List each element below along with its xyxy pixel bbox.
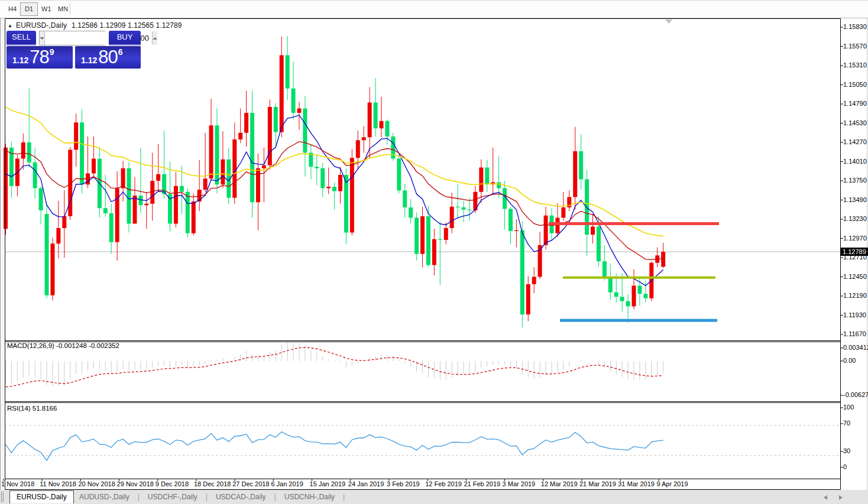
price-axis-label: 1.14270 — [843, 138, 867, 145]
chart-tab-audusd[interactable]: AUDUSD-,Daily — [71, 493, 138, 501]
chart-title: ▲EURUSD-,Daily1.12586 1.12909 1.12565 1.… — [8, 21, 182, 30]
time-axis-label: 15 Jan 2019 — [310, 480, 346, 487]
macd-histogram — [6, 343, 663, 386]
price-axis-label: 1.12450 — [843, 273, 867, 280]
price-axis-label: 1.14010 — [843, 158, 867, 165]
chart-tab-usdchf[interactable]: USDCHF-,Daily — [140, 493, 206, 501]
tab-separator: | — [343, 493, 345, 501]
macd-signal-line — [6, 347, 663, 387]
buy-price-button[interactable]: 1.12806 — [75, 46, 141, 69]
volume-decrease-button[interactable] — [40, 31, 45, 45]
tab-scroll-left-icon[interactable] — [824, 495, 827, 500]
price-axis-label: 1.11930 — [843, 311, 866, 318]
time-axis-label: 3 Mar 2019 — [503, 480, 536, 487]
volume-stepper — [39, 31, 105, 45]
chart-symbol-label: EURUSD-,Daily — [16, 21, 67, 30]
time-axis-label: 1 Nov 2018 — [1, 480, 34, 487]
time-axis-label: 21 Feb 2019 — [464, 480, 500, 487]
time-axis-label: 18 Dec 2018 — [194, 480, 231, 487]
volume-increase-button[interactable] — [152, 31, 157, 45]
buy-price-pips: 80 — [98, 47, 117, 68]
buy-price-prefix: 1.12 — [81, 56, 97, 65]
sell-price-prefix: 1.12 — [12, 56, 28, 65]
macd-axis-label: 0.00 — [843, 357, 856, 364]
chart-ohlc-values: 1.12586 1.12909 1.12565 1.12789 — [72, 21, 182, 30]
candlestick-series — [4, 36, 665, 328]
macd-axis-label: -0.006271 — [843, 391, 868, 398]
price-axis-label: 1.14530 — [843, 119, 867, 126]
tab-bar-handle — [1, 492, 2, 502]
chart-shift-marker-icon[interactable] — [665, 19, 672, 24]
time-axis-label: 6 Jan 2019 — [271, 480, 303, 487]
chevron-down-icon — [40, 37, 44, 40]
sell-price-point: 9 — [50, 47, 54, 57]
rsi-axis-label: 70 — [843, 420, 850, 427]
rsi-axis-label: 0 — [843, 463, 847, 470]
time-axis-label: 24 Jan 2019 — [348, 480, 384, 487]
chart-tab-usdcad[interactable]: USDCAD-,Daily — [208, 493, 274, 501]
price-axis-label: 1.12710 — [843, 253, 867, 261]
chart-tab-eurusd[interactable]: EURUSD-,Daily — [9, 490, 74, 503]
macd-axis-label: 0.003412 — [843, 344, 868, 351]
collapse-arrow-icon[interactable]: ▲ — [8, 23, 12, 28]
buy-price-point: 6 — [118, 47, 123, 57]
price-axis-label: 1.15050 — [843, 81, 867, 88]
chart-tab-usdcnh[interactable]: USDCNH-,Daily — [276, 493, 343, 501]
time-axis-label: 3 Feb 2019 — [387, 480, 420, 487]
time-axis-label: 27 Dec 2018 — [232, 480, 269, 487]
chevron-up-icon — [153, 37, 157, 40]
time-axis-label: 12 Mar 2019 — [541, 480, 578, 487]
price-axis-label: 1.12190 — [843, 292, 867, 299]
time-axis-label: 20 Nov 2018 — [78, 480, 115, 487]
time-axis-label: 21 Mar 2019 — [579, 480, 616, 487]
chart-canvas[interactable] — [0, 0, 868, 504]
rsi-line — [6, 432, 663, 460]
price-axis-label: 1.12970 — [843, 235, 867, 242]
time-axis-label: 11 Nov 2018 — [40, 480, 76, 487]
one-click-trading-panel: SELL BUY 1.12789 1.12806 — [7, 31, 141, 69]
price-axis-label: 1.13490 — [843, 196, 867, 203]
price-axis-label: 1.11670 — [843, 330, 866, 337]
price-axis-label: 1.15830 — [843, 23, 867, 30]
price-axis-label: 1.13230 — [843, 215, 867, 222]
tab-bar-handle — [3, 492, 4, 502]
time-axis-label: 9 Dec 2018 — [156, 480, 189, 487]
rsi-indicator-label: RSI(14) 51.8166 — [7, 405, 57, 412]
buy-button[interactable]: BUY — [109, 31, 141, 45]
price-axis-label: 1.13750 — [843, 177, 867, 184]
time-axis-label: 12 Feb 2019 — [425, 480, 462, 487]
time-axis-label: 31 Mar 2019 — [618, 480, 655, 487]
sell-price-pips: 78 — [30, 47, 48, 68]
rsi-axis-label: 100 — [843, 404, 854, 411]
price-axis-label: 1.15570 — [843, 43, 867, 50]
price-axis-label: 1.15310 — [843, 61, 867, 69]
sell-button[interactable]: SELL — [7, 31, 36, 45]
price-axis-label: 1.14790 — [843, 100, 867, 107]
time-axis-label: 9 Apr 2019 — [656, 480, 688, 487]
time-axis-label: 29 Nov 2018 — [117, 480, 154, 487]
macd-indicator-label: MACD(12,26,9) -0.001248 -0.002352 — [7, 342, 119, 349]
rsi-axis-label: 30 — [843, 447, 850, 454]
chart-tabs: AUDUSD-,Daily|USDCHF-,Daily|USDCAD-,Dail… — [71, 490, 345, 503]
sell-price-button[interactable]: 1.12789 — [7, 46, 73, 69]
tab-scroll-right-icon[interactable] — [839, 495, 843, 500]
